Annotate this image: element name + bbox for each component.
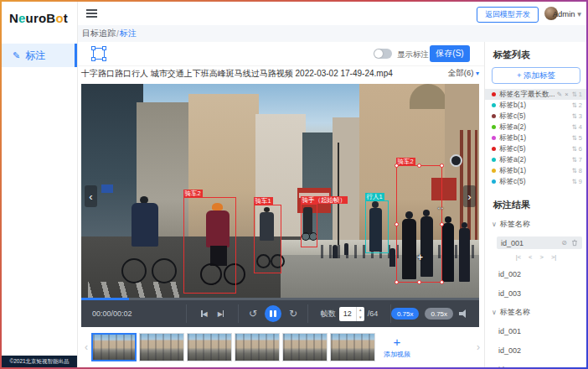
result-item[interactable]: id_003 xyxy=(498,287,580,299)
thumbnail-strip: ‹ + 添加视频 › xyxy=(81,330,483,364)
shortcut-key: 5 xyxy=(579,134,582,142)
add-video-button[interactable]: + 添加视频 xyxy=(380,331,414,363)
sort-icon: ⇅ xyxy=(572,145,577,153)
group-name: 标签名称 xyxy=(500,307,530,318)
hide-icon[interactable]: ⊘ xyxy=(561,239,567,247)
progress-bar[interactable] xyxy=(81,298,479,300)
pause-button[interactable] xyxy=(265,305,281,322)
label-list-item[interactable]: 标签a(2) ⇅7 xyxy=(485,154,586,165)
thumbnail[interactable] xyxy=(282,333,328,361)
label-name: 标签b(1) xyxy=(499,133,569,143)
label-list-item[interactable]: 标签名字最长数... ✎ × ⇅1 xyxy=(485,89,586,100)
scene-wheel xyxy=(152,258,177,283)
label-list-item[interactable]: 标签c(5) ⇅6 xyxy=(485,143,586,154)
logo-part-accent: e xyxy=(18,11,26,25)
thumbnail[interactable] xyxy=(235,333,280,361)
scene-wheel xyxy=(121,258,147,283)
next-page-icon[interactable]: > xyxy=(540,253,544,261)
resize-handle[interactable] xyxy=(395,280,399,284)
fast-forward-icon[interactable]: ↻ xyxy=(289,309,297,319)
frame-total-label: /64 xyxy=(368,309,379,318)
thumbs-next-icon[interactable]: › xyxy=(473,341,483,353)
thumbnail-selected[interactable] xyxy=(91,333,137,361)
annotation-box-selected[interactable]: 骑车2 xyxy=(396,165,442,283)
shortcut-key: 7 xyxy=(579,156,582,164)
speed-button[interactable]: 0.75x xyxy=(425,308,453,320)
speed-button-active[interactable]: 0.75x xyxy=(391,308,420,320)
video-frame-canvas[interactable]: 骑车2 骑车1 骑手（起始帧） 行人1 骑车2 + ↔ ‹ › xyxy=(81,84,479,300)
resize-handle[interactable] xyxy=(395,164,399,168)
pencil-icon: ✎ xyxy=(13,50,20,61)
next-frame-overlay-button[interactable]: › xyxy=(463,185,476,207)
add-label-button[interactable]: + 添加标签 xyxy=(492,67,580,84)
resize-handle[interactable] xyxy=(440,280,444,284)
spin-down-icon[interactable]: ▼ xyxy=(357,314,364,321)
last-page-icon[interactable]: >| xyxy=(551,253,556,261)
collapse-menu-icon[interactable] xyxy=(86,9,97,18)
bounding-box-tool-icon[interactable] xyxy=(93,48,105,60)
resize-handle[interactable] xyxy=(395,222,399,226)
result-item[interactable]: id_002 xyxy=(498,344,580,356)
label-name: 标签a(2) xyxy=(499,122,569,133)
label-list-item[interactable]: 标签b(1) ⇅8 xyxy=(485,165,586,176)
window-frame: NeuroBot ✎ 标注 ©2021北京矩视智能出品 返回模型开发 Admin… xyxy=(0,0,588,369)
thumbnail[interactable] xyxy=(139,333,184,361)
label-name: 标签b(1) xyxy=(499,101,569,111)
user-menu[interactable]: Admin ▾ xyxy=(553,9,581,18)
annotation-label: 骑手（起始帧） xyxy=(301,196,348,204)
thumbnail[interactable] xyxy=(330,333,375,361)
thumbs-prev-icon[interactable]: ‹ xyxy=(81,341,91,353)
delete-icon[interactable]: × xyxy=(565,91,568,98)
prev-page-icon[interactable]: < xyxy=(529,253,532,261)
save-button[interactable]: 保存(S) xyxy=(430,45,470,62)
spin-up-icon[interactable]: ▲ xyxy=(357,307,364,314)
resize-handle[interactable] xyxy=(440,222,444,226)
sort-icon: ⇅ xyxy=(572,91,577,98)
annotation-box[interactable]: 行人1 xyxy=(365,200,389,253)
first-page-icon[interactable]: |< xyxy=(516,253,521,261)
label-name: 标签c(5) xyxy=(499,112,569,122)
label-list-item[interactable]: 标签a(2) ⇅4 xyxy=(485,122,586,133)
scene-cyclist xyxy=(132,203,158,247)
resize-handle[interactable] xyxy=(440,164,444,168)
show-annotation-toggle[interactable] xyxy=(374,49,392,59)
result-id: id_002 xyxy=(498,270,580,278)
result-item-selected[interactable]: id_001 ⊘ xyxy=(497,236,582,249)
annotation-box[interactable]: 骑手（起始帧） xyxy=(301,204,317,247)
results-panel: 标注结果 ∨ 标签名称 id_001 ⊘ |< < > >| id_002 id… xyxy=(485,199,586,367)
annotation-box[interactable]: 骑车1 xyxy=(254,205,281,273)
label-name: 标签b(1) xyxy=(499,166,569,176)
result-group-header[interactable]: ∨ 标签名称 xyxy=(492,307,586,318)
thumbnail[interactable] xyxy=(187,333,232,361)
result-item[interactable]: id_002 xyxy=(498,268,580,280)
annotation-box[interactable]: 骑车2 xyxy=(183,197,236,294)
logo-part-accent: o xyxy=(55,11,63,25)
scene-sign xyxy=(101,184,113,193)
chevron-down-icon: ▾ xyxy=(577,9,581,18)
rewind-icon[interactable]: ↺ xyxy=(249,309,257,319)
label-list-item[interactable]: 标签b(1) ⇅5 xyxy=(485,133,586,143)
result-item[interactable]: id_003 xyxy=(498,363,580,367)
resize-cursor-icon: ↔ xyxy=(436,202,445,211)
edit-icon[interactable]: ✎ xyxy=(557,91,562,98)
result-item[interactable]: id_001 xyxy=(498,325,580,337)
prev-frame-overlay-button[interactable]: ‹ xyxy=(85,185,97,207)
label-list-item[interactable]: 标签c(5) ⇅9 xyxy=(485,176,586,187)
video-filter-dropdown[interactable]: 全部(6) ▾ xyxy=(448,68,479,79)
label-list-item[interactable]: 标签c(5) ⇅3 xyxy=(485,111,586,122)
label-list-item[interactable]: 标签b(1) ⇅2 xyxy=(485,100,586,111)
step-backward-icon[interactable]: ◀ xyxy=(201,310,208,318)
result-id: id_003 xyxy=(498,289,580,298)
resize-handle[interactable] xyxy=(417,280,421,284)
result-id: id_002 xyxy=(498,346,580,355)
sidebar-item-annotate[interactable]: ✎ 标注 xyxy=(2,44,77,67)
frame-number-input[interactable]: 12 ▲ ▼ xyxy=(339,307,364,321)
step-forward-icon[interactable]: ▶ xyxy=(218,310,224,318)
volume-icon[interactable] xyxy=(459,309,469,318)
trash-icon[interactable] xyxy=(571,239,578,247)
resize-handle[interactable] xyxy=(417,164,421,168)
back-to-model-dev-button[interactable]: 返回模型开发 xyxy=(477,7,539,23)
breadcrumb-parent[interactable]: 目标追踪 xyxy=(82,28,116,39)
result-group-header[interactable]: ∨ 标签名称 xyxy=(492,219,586,230)
filter-value: 全部(6) xyxy=(448,68,474,77)
